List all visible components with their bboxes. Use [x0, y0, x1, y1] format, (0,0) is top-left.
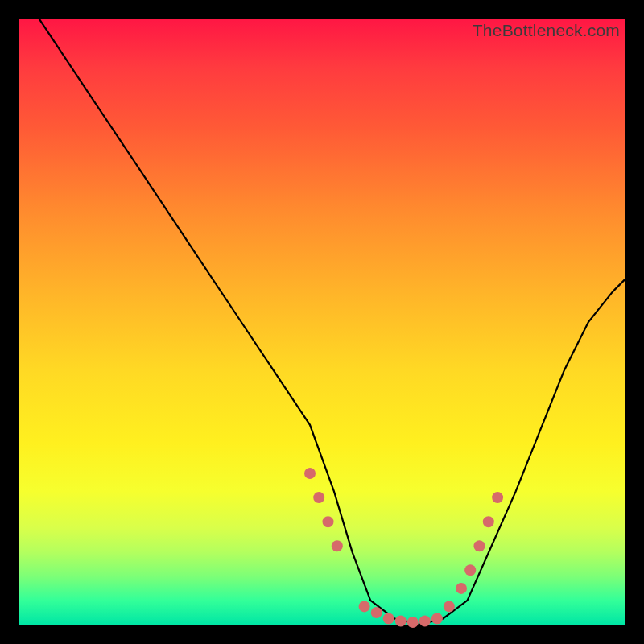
- watermark-text: TheBottleneck.com: [473, 21, 620, 40]
- bottleneck-curve: [19, 0, 625, 625]
- highlight-dot: [492, 492, 503, 503]
- highlight-dot: [304, 468, 316, 479]
- highlight-dot: [313, 492, 324, 503]
- highlight-dot: [371, 607, 382, 618]
- highlight-dot: [483, 516, 494, 527]
- highlight-dot: [431, 613, 443, 625]
- chart-frame: TheBottleneck.com: [19, 19, 625, 625]
- highlight-dot: [383, 613, 394, 625]
- highlight-dot: [464, 564, 476, 576]
- highlight-dot: [332, 540, 343, 551]
- highlight-dot: [444, 601, 455, 612]
- highlight-dot: [323, 516, 334, 527]
- highlight-dot: [474, 540, 485, 551]
- highlight-dot: [419, 616, 431, 627]
- highlight-dot: [395, 616, 407, 627]
- curve-line: [19, 0, 625, 625]
- highlight-dot: [407, 617, 419, 628]
- highlight-dot: [456, 583, 467, 594]
- chart-svg: [19, 19, 625, 625]
- highlight-dot: [359, 601, 370, 612]
